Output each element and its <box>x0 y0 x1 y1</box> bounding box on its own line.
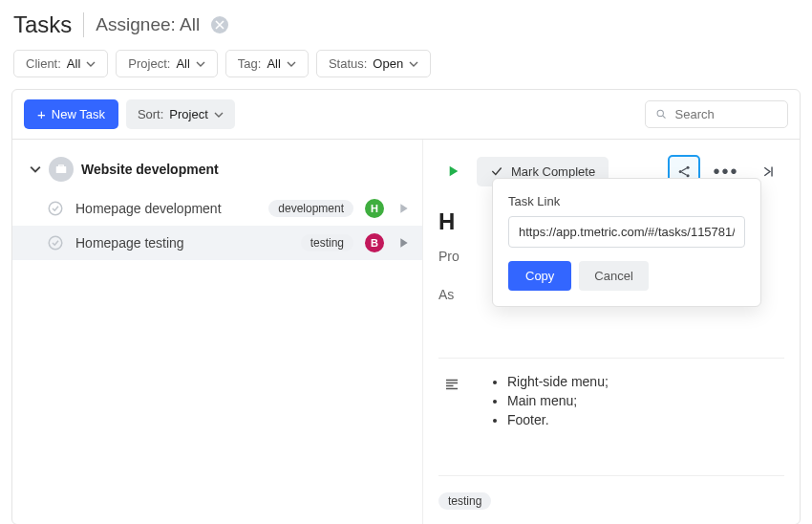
svg-point-5 <box>686 165 689 168</box>
filter-client[interactable]: Client:All <box>13 50 108 77</box>
assignee-filter-label: Assignee: All <box>96 14 200 35</box>
divider <box>438 358 784 359</box>
task-tag: testing <box>301 234 353 251</box>
project-icon <box>49 157 74 182</box>
filter-tag[interactable]: Tag:All <box>225 50 309 77</box>
complete-toggle-icon[interactable] <box>47 200 64 217</box>
description-list: Right-side menu; Main menu; Footer. <box>490 374 609 431</box>
chevron-down-icon <box>86 59 96 69</box>
new-task-button[interactable]: + New Task <box>24 99 118 129</box>
page-title: Tasks <box>13 11 72 38</box>
list-item: Right-side menu; <box>507 374 609 389</box>
search-input-wrap[interactable] <box>645 100 788 128</box>
cancel-button[interactable]: Cancel <box>579 261 648 291</box>
clear-assignee-button[interactable] <box>211 16 228 33</box>
play-icon <box>445 164 460 179</box>
avatar: H <box>365 199 384 218</box>
filter-status[interactable]: Status:Open <box>316 50 431 77</box>
task-tag: development <box>268 200 353 217</box>
project-group-name: Website development <box>81 162 219 177</box>
complete-toggle-icon[interactable] <box>47 234 64 251</box>
check-icon <box>490 164 503 178</box>
sort-button[interactable]: Sort:Project <box>126 99 235 129</box>
task-row[interactable]: Homepage testing testing B <box>12 226 422 260</box>
chevron-down-icon <box>409 59 418 69</box>
list-item: Footer. <box>507 412 609 427</box>
play-icon[interactable] <box>395 201 411 216</box>
description-icon <box>442 374 461 393</box>
chevron-down-icon <box>30 164 41 175</box>
svg-point-2 <box>49 202 62 215</box>
svg-point-3 <box>49 236 62 250</box>
svg-rect-1 <box>56 166 67 173</box>
task-detail-tag[interactable]: testing <box>438 492 491 510</box>
task-link-input[interactable] <box>508 216 745 248</box>
task-name: Homepage testing <box>75 235 289 251</box>
play-icon[interactable] <box>395 235 411 251</box>
search-icon <box>655 107 668 121</box>
plus-icon: + <box>37 107 46 121</box>
list-item: Main menu; <box>507 393 609 408</box>
svg-point-6 <box>686 174 689 177</box>
chevron-down-icon <box>196 59 205 69</box>
close-icon <box>215 20 224 30</box>
share-icon <box>676 164 693 180</box>
collapse-right-icon <box>760 164 777 180</box>
chevron-down-icon <box>287 59 296 69</box>
project-group-row[interactable]: Website development <box>12 153 422 191</box>
task-name: Homepage development <box>75 201 257 216</box>
task-link-popover: Task Link Copy Cancel <box>492 178 761 307</box>
search-input[interactable] <box>675 107 778 121</box>
popover-label: Task Link <box>508 194 745 208</box>
svg-point-0 <box>657 110 663 116</box>
copy-button[interactable]: Copy <box>508 261 571 291</box>
filter-project[interactable]: Project:All <box>116 50 218 77</box>
divider <box>83 12 84 37</box>
chevron-down-icon <box>214 110 224 120</box>
task-row[interactable]: Homepage development development H <box>12 191 422 226</box>
svg-point-4 <box>678 169 681 172</box>
start-timer-button[interactable] <box>438 157 467 186</box>
avatar: B <box>365 233 384 252</box>
